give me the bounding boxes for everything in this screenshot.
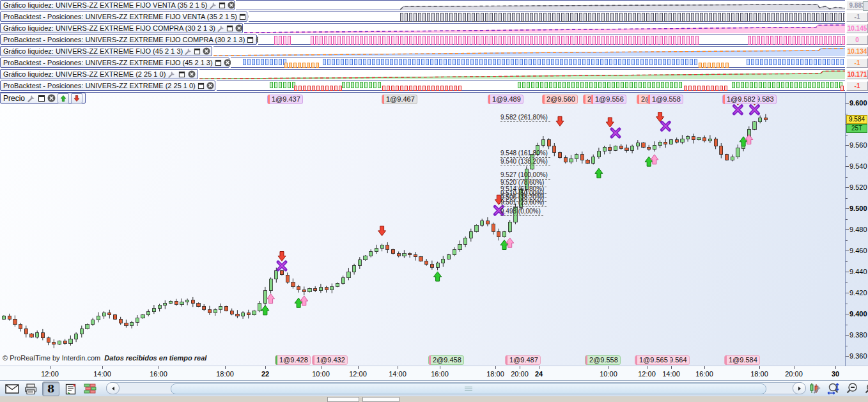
window-icon[interactable]: [239, 13, 246, 21]
scrollbar-thumb[interactable]: [171, 383, 766, 394]
price-axis[interactable]: 9.584 25T 9.6009.5609.5409.5209.5009.480…: [845, 93, 868, 366]
candlestick-chart[interactable]: [0, 93, 845, 366]
time-axis-label: 12:00: [41, 370, 59, 378]
scroll-right-arrow[interactable]: [793, 382, 806, 394]
panel-value-label: 0: [846, 35, 868, 45]
price-panel-titlebar[interactable]: Precio: [0, 93, 86, 104]
price-tick: [846, 229, 849, 230]
trade-annotation: 2@9.458: [428, 355, 464, 365]
email-icon[interactable]: [4, 382, 20, 396]
price-tick: [846, 135, 848, 135]
window-icon[interactable]: [215, 59, 222, 67]
panel-titlebar[interactable]: ProBacktest - Posiciones: UNIVERS-ZZ EXT…: [0, 35, 257, 45]
period-badge: 25T: [846, 124, 867, 133]
vertical-scrollbar-fragment[interactable]: [863, 1, 868, 11]
buy-arrow-button[interactable]: [58, 93, 69, 104]
zoom-out-icon[interactable]: [844, 382, 860, 395]
link-windows-icon[interactable]: 8: [42, 382, 59, 396]
wrench-icon[interactable]: [167, 70, 176, 79]
close-icon[interactable]: [206, 82, 214, 90]
trade-annotation: 2@9.558: [585, 355, 621, 365]
price-axis-label: 9.380: [849, 331, 867, 339]
time-tick: [520, 366, 520, 369]
time-tick: [495, 366, 496, 369]
fib-level-label: 9.493 (0,00%): [500, 208, 543, 216]
time-tick: [102, 366, 103, 369]
time-tick: [265, 366, 266, 369]
panel-title: Gráfico liquidez: UNIVERS-ZZ EXTREME FIJ…: [3, 1, 208, 9]
panel-titlebar[interactable]: Gráfico liquidez: UNIVERS-ZZ EXTREME FIJ…: [0, 0, 235, 10]
price-tick: [846, 356, 849, 357]
horizontal-scrollbar[interactable]: [106, 382, 805, 394]
panel-value-label: 10.134: [846, 47, 868, 56]
trade-annotation: 2@9.560: [542, 95, 578, 104]
close-icon[interactable]: [187, 70, 196, 79]
zoom-in-icon[interactable]: [862, 382, 868, 395]
scroll-left-arrow[interactable]: [106, 382, 120, 394]
time-tick: [647, 366, 647, 369]
time-axis[interactable]: 12:0014:0016:0018:002210:0012:0014:0016:…: [0, 366, 868, 380]
close-icon[interactable]: [224, 59, 231, 67]
window-icon[interactable]: [194, 47, 201, 56]
time-axis-label: 24: [535, 370, 543, 378]
panel-title: ProBacktest - Posiciones: UNIVERS-ZZ EXT…: [3, 36, 245, 43]
close-icon[interactable]: [228, 1, 235, 10]
time-axis-label: 18:00: [750, 370, 768, 378]
price-chart-panel[interactable]: Precio 1@9.4371@9.4671@9.4892@9.5602@1@9…: [0, 92, 868, 366]
panel-title: Gráfico liquidez: UNIVERS-ZZ EXTREME (2 …: [3, 70, 166, 78]
mini-chart: [249, 12, 845, 22]
time-axis-label: 20:00: [511, 370, 529, 378]
mini-chart: [231, 58, 845, 68]
print-icon[interactable]: [23, 382, 39, 396]
price-tick: [846, 166, 849, 167]
close-icon[interactable]: [235, 24, 243, 33]
price-tick: [846, 208, 849, 209]
panel-title: ProBacktest - Posiciones: UNIVERS-ZZ EXT…: [3, 82, 196, 89]
price-tick: [846, 240, 848, 241]
price-tick: [846, 346, 848, 346]
window-icon[interactable]: [37, 94, 45, 102]
wrench-icon[interactable]: [185, 47, 192, 56]
trade-annotation: 1@9.432: [312, 355, 348, 365]
window-icon[interactable]: [226, 24, 233, 33]
window-icon[interactable]: [178, 70, 186, 79]
zoom-fit-icon[interactable]: [825, 382, 841, 395]
panel-titlebar[interactable]: ProBacktest - Posiciones: UNIVERS-ZZ EXT…: [0, 58, 229, 68]
panel-titlebar[interactable]: Gráfico liquidez: UNIVERS-ZZ EXTREME FIJ…: [0, 23, 243, 33]
window-icon[interactable]: [198, 82, 205, 90]
price-axis-label: 9.420: [849, 289, 867, 297]
wrench-icon[interactable]: [210, 1, 217, 10]
mini-chart: [244, 23, 845, 33]
price-axis-label: 9.440: [849, 268, 867, 275]
panel-titlebar[interactable]: ProBacktest - Posiciones: UNIVERS-ZZ EXT…: [0, 81, 215, 91]
panel-row: Gráfico liquidez: UNIVERS-ZZ EXTREME FIJ…: [0, 23, 868, 35]
panel-titlebar[interactable]: Gráfico liquidez: UNIVERS-ZZ EXTREME FIJ…: [0, 46, 212, 56]
sell-arrow-button[interactable]: [71, 93, 82, 104]
panel-title: Gráfico liquidez: UNIVERS-ZZ EXTREME FIJ…: [3, 24, 215, 32]
close-icon[interactable]: [203, 47, 210, 56]
panel-titlebar[interactable]: Gráfico liquidez: UNIVERS-ZZ EXTREME (2 …: [0, 69, 198, 79]
wrench-icon[interactable]: [27, 94, 35, 102]
window-icon[interactable]: [247, 36, 254, 44]
window-fragment: [362, 397, 399, 402]
order-book-icon[interactable]: [82, 382, 98, 396]
price-tick: [846, 177, 848, 178]
close-icon[interactable]: [47, 94, 56, 102]
panel-titlebar[interactable]: ProBacktest - Posiciones: UNIVERS-ZZ EXT…: [0, 12, 247, 22]
time-tick: [225, 366, 226, 369]
time-axis-label: 14:00: [662, 370, 680, 378]
time-tick: [704, 366, 705, 369]
wrench-icon[interactable]: [217, 24, 224, 33]
fib-level-label: 9.540 (138,20%): [500, 158, 550, 166]
time-axis-label: 16:00: [150, 370, 167, 378]
price-axis-label: 9.400: [849, 310, 867, 318]
window-icon[interactable]: [219, 1, 226, 10]
chart-settings-icon[interactable]: [807, 382, 823, 395]
panel-value-label: -1: [846, 12, 868, 22]
price-tick: [846, 251, 849, 251]
trade-annotation: 1@9.565: [635, 355, 670, 365]
notes-icon[interactable]: [63, 382, 79, 396]
time-axis-label: 10:00: [600, 370, 617, 378]
bottom-toolbar: 8: [0, 380, 868, 396]
time-tick: [358, 366, 359, 369]
